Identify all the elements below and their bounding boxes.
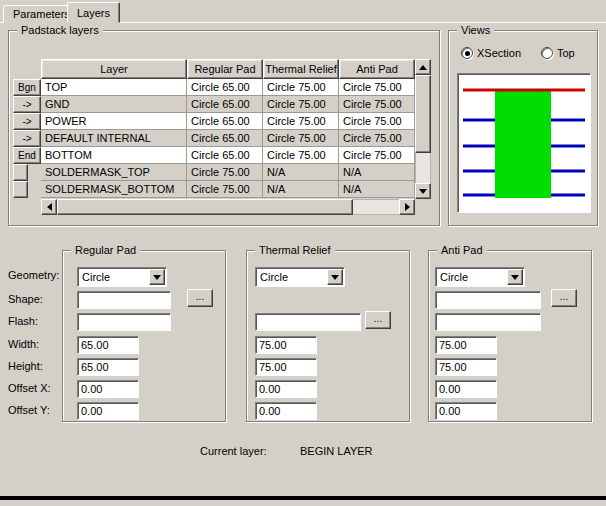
thermal-cell[interactable]: Circle 75.00 [263,147,339,164]
anti-pad-cell[interactable]: Circle 75.00 [339,79,415,96]
anti-offset-x-input[interactable] [435,380,497,398]
row-blank-button-1[interactable] [13,164,28,181]
row-arrow-button-1[interactable]: -> [13,96,41,113]
regular-pad-cell[interactable]: Circle 75.00 [187,181,263,198]
chevron-down-icon[interactable] [507,269,523,285]
row-blank-button-2[interactable] [13,181,28,198]
column-header-anti[interactable]: Anti Pad [339,59,415,79]
anti-geometry-value: Circle [436,271,507,283]
offset-x-label: Offset X: [8,382,51,396]
anti-pad-cell[interactable]: N/A [339,181,415,198]
regular-pad-cell[interactable]: Circle 65.00 [187,130,263,147]
thermal-cell[interactable]: Circle 75.00 [263,113,339,130]
anti-geometry-select[interactable]: Circle [435,267,525,287]
vertical-scroll-thumb[interactable] [415,75,431,153]
anti-pad-cell[interactable]: Circle 75.00 [339,147,415,164]
anti-width-input[interactable] [435,336,497,354]
thermal-cell[interactable]: Circle 75.00 [263,79,339,96]
anti-pad-cell[interactable]: Circle 75.00 [339,113,415,130]
thermal-cell[interactable]: N/A [263,164,339,181]
anti-offset-y-input[interactable] [435,402,497,420]
thermal-width-input[interactable] [255,336,317,354]
row-end-button[interactable]: End [13,147,41,164]
anti-pad-cell[interactable]: Circle 75.00 [339,130,415,147]
tab-layers-label: Layers [77,7,110,19]
thermal-cell[interactable]: N/A [263,181,339,198]
xsection-radio-label: XSection [477,47,521,59]
layer-cell[interactable]: POWER [41,113,187,130]
column-header-layer[interactable]: Layer [41,59,187,79]
anti-shape-input[interactable] [435,291,541,309]
thermal-flash-browse-button[interactable]: ... [365,311,391,329]
regular-pad-cell[interactable]: Circle 65.00 [187,96,263,113]
regular-pad-cell[interactable]: Circle 65.00 [187,79,263,96]
padstack-layers-group: Padstack layers Bgn -> -> -> End Layer R… [8,30,440,226]
regular-pad-group-title: Regular Pad [71,244,140,256]
column-header-regular[interactable]: Regular Pad [187,59,263,79]
thermal-height-input[interactable] [255,358,317,376]
anti-flash-input[interactable] [435,313,541,331]
chevron-down-icon[interactable] [149,269,165,285]
regular-pad-cell[interactable]: Circle 65.00 [187,113,263,130]
row-begin-button[interactable]: Bgn [13,79,41,96]
padstack-layers-group-title: Padstack layers [17,24,103,36]
top-radio-row[interactable]: Top [541,47,575,59]
thermal-cell[interactable]: Circle 75.00 [263,96,339,113]
thermal-flash-input[interactable] [255,313,361,331]
scroll-right-button[interactable] [399,199,415,215]
column-header-thermal[interactable]: Thermal Relief [263,59,339,79]
scroll-left-button[interactable] [41,199,57,215]
layer-cell[interactable]: BOTTOM [41,147,187,164]
layer-cell[interactable]: DEFAULT INTERNAL [41,130,187,147]
anti-pad-cell[interactable]: Circle 75.00 [339,96,415,113]
current-layer-label: Current layer: [200,445,267,457]
regular-width-input[interactable] [77,336,139,354]
arrow-up-icon [419,61,427,70]
arrow-left-icon [43,203,52,211]
regular-geometry-value: Circle [78,271,149,283]
row-arrow-button-3[interactable]: -> [13,130,41,147]
layer-cell[interactable]: SOLDERMASK_TOP [41,164,187,181]
layer-cell[interactable]: SOLDERMASK_BOTTOM [41,181,187,198]
layer-cell[interactable]: GND [41,96,187,113]
xsection-radio[interactable] [461,47,473,59]
xsection-radio-row[interactable]: XSection [461,47,521,59]
layer-cell[interactable]: TOP [41,79,187,96]
anti-pad-cell[interactable]: N/A [339,164,415,181]
regular-flash-input[interactable] [77,313,171,331]
thermal-offset-y-input[interactable] [255,402,317,420]
tab-parameters-label: Parameters [13,8,70,20]
regular-shape-browse-button[interactable]: ... [187,289,213,307]
top-radio-label: Top [557,47,575,59]
top-radio[interactable] [541,47,553,59]
xsection-preview-canvas [457,73,591,213]
anti-shape-browse-button[interactable]: ... [551,289,577,307]
arrow-right-icon [405,203,414,211]
width-label: Width: [8,338,39,352]
scroll-up-button[interactable] [415,59,431,75]
regular-geometry-select[interactable]: Circle [77,267,167,287]
regular-offset-x-input[interactable] [77,380,139,398]
anti-pad-group: Anti Pad Circle ... [428,250,592,422]
regular-pad-group: Regular Pad Circle ... [62,250,226,422]
shape-label: Shape: [8,293,43,307]
regular-pad-cell[interactable]: Circle 75.00 [187,164,263,181]
anti-height-input[interactable] [435,358,497,376]
regular-height-input[interactable] [77,358,139,376]
window-bottom-edge [0,496,606,500]
geometry-label: Geometry: [8,269,59,283]
chevron-down-icon[interactable] [327,269,343,285]
regular-offset-y-input[interactable] [77,402,139,420]
regular-shape-input[interactable] [77,291,171,309]
thermal-offset-x-input[interactable] [255,380,317,398]
xsection-drawing [459,75,589,211]
regular-pad-cell[interactable]: Circle 65.00 [187,147,263,164]
scroll-down-button[interactable] [415,183,431,199]
thermal-cell[interactable]: Circle 75.00 [263,130,339,147]
thermal-geometry-select[interactable]: Circle [255,267,345,287]
views-group: Views XSection Top [448,30,598,226]
tab-layers[interactable]: Layers [67,2,120,23]
horizontal-scroll-thumb[interactable] [57,199,353,215]
anti-pad-group-title: Anti Pad [437,244,487,256]
row-arrow-button-2[interactable]: -> [13,113,41,130]
